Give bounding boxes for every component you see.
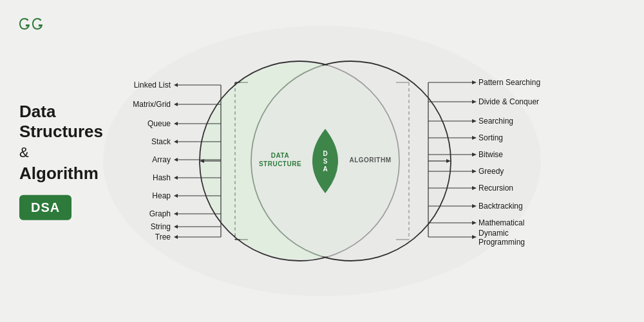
svg-text:DATA: DATA	[271, 152, 289, 159]
left-item-1: Matrix/Grid	[133, 100, 171, 109]
right-item-8: Mathematical	[478, 218, 524, 227]
left-item-7: Graph	[149, 209, 171, 218]
left-item-4: Array	[152, 155, 171, 164]
svg-text:S: S	[323, 158, 328, 165]
left-item-8: String	[151, 222, 171, 231]
right-item-7: Backtracking	[478, 202, 523, 211]
right-item-2: Searching	[478, 117, 513, 126]
left-item-6: Heap	[152, 191, 171, 200]
svg-text:STRUCTURE: STRUCTURE	[259, 160, 301, 167]
svg-text:D: D	[323, 150, 327, 157]
right-item-1: Divide & Conquer	[478, 97, 539, 106]
right-item-6: Recursion	[478, 184, 513, 193]
right-item-9b: Programming	[478, 238, 525, 247]
right-item-9: Dynamic	[478, 229, 509, 238]
svg-text:ALGORITHM: ALGORITHM	[349, 156, 391, 164]
left-item-0: Linked List	[134, 80, 171, 90]
left-item-5: Hash	[153, 173, 171, 182]
left-item-2: Queue	[147, 119, 171, 128]
right-item-5: Greedy	[478, 167, 504, 176]
right-item-4: Bitwise	[478, 150, 503, 159]
right-item-3: Sorting	[478, 133, 503, 142]
diagram-svg: DATA STRUCTURE ALGORITHM D S A	[0, 0, 644, 322]
left-item-3: Stack	[151, 137, 171, 146]
left-item-9: Tree	[155, 232, 171, 242]
right-item-0: Pattern Searching	[478, 78, 540, 87]
svg-text:A: A	[323, 166, 327, 173]
